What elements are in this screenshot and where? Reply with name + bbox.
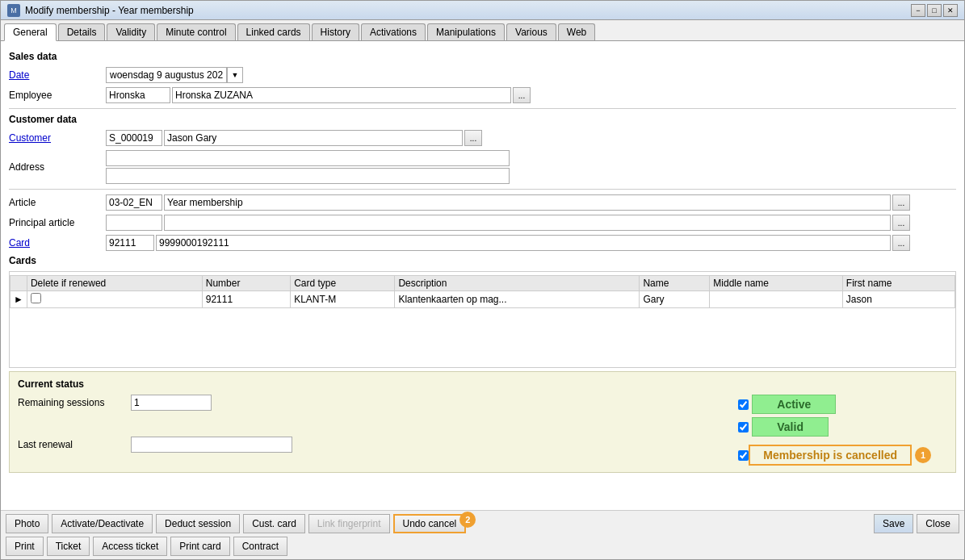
employee-code-input[interactable] xyxy=(106,87,170,103)
tab-linked-cards[interactable]: Linked cards xyxy=(237,23,310,40)
status-header: Current status xyxy=(18,378,947,390)
tab-manipulations[interactable]: Manipulations xyxy=(427,23,505,40)
address-label: Address xyxy=(9,161,106,173)
title-bar: M Modify membership - Year membership − … xyxy=(1,1,964,20)
cust-card-button[interactable]: Cust. card xyxy=(243,514,305,533)
remaining-sessions-row: Remaining sessions xyxy=(18,395,722,411)
app-icon: M xyxy=(7,4,20,17)
employee-label: Employee xyxy=(9,90,106,101)
sales-data-header: Sales data xyxy=(9,51,956,62)
close-window-button[interactable]: ✕ xyxy=(943,4,958,17)
col-card-type: Card type xyxy=(291,276,395,291)
restore-button[interactable]: □ xyxy=(927,4,942,17)
principal-article-name-input[interactable] xyxy=(164,215,891,231)
active-checkbox[interactable] xyxy=(738,399,749,410)
customer-name-input[interactable] xyxy=(164,130,463,146)
address-line2-input[interactable] xyxy=(106,168,510,184)
cards-table-container: Delete if renewed Number Card type Descr… xyxy=(9,271,956,368)
employee-row: Employee ... xyxy=(9,87,956,103)
principal-article-browse-button[interactable]: ... xyxy=(892,215,910,231)
customer-data-header: Customer data xyxy=(9,114,956,125)
remaining-sessions-input[interactable] xyxy=(131,395,212,411)
col-description: Description xyxy=(395,276,640,291)
customer-code-input[interactable] xyxy=(106,130,162,146)
access-ticket-button[interactable]: Access ticket xyxy=(93,537,167,556)
cancelled-checkbox[interactable] xyxy=(738,450,749,461)
cell-name: Gary xyxy=(640,291,710,308)
button-row-2: Print Ticket Access ticket Print card Co… xyxy=(6,537,959,556)
activate-deactivate-button[interactable]: Activate/Deactivate xyxy=(52,514,153,533)
card-number-input[interactable] xyxy=(106,235,154,251)
principal-article-code-input[interactable] xyxy=(106,215,162,231)
employee-browse-button[interactable]: ... xyxy=(513,87,531,103)
date-row: Date ▼ xyxy=(9,67,956,83)
valid-badge: Valid xyxy=(752,417,829,437)
active-badge-row: Active xyxy=(738,395,931,414)
tab-history[interactable]: History xyxy=(312,23,359,40)
main-window: M Modify membership - Year membership − … xyxy=(0,0,965,560)
minimize-button[interactable]: − xyxy=(911,4,925,17)
card-row: Card ... xyxy=(9,235,956,251)
print-button[interactable]: Print xyxy=(6,537,44,556)
last-renewal-label: Last renewal xyxy=(18,439,131,450)
col-delete: Delete if renewed xyxy=(27,276,202,291)
cell-delete[interactable] xyxy=(27,291,202,308)
tab-various[interactable]: Various xyxy=(506,23,556,40)
date-label[interactable]: Date xyxy=(9,69,106,81)
print-card-button[interactable]: Print card xyxy=(170,537,229,556)
date-picker-button[interactable]: ▼ xyxy=(227,67,243,83)
last-renewal-input[interactable] xyxy=(131,437,292,453)
cancelled-badge: Membership is cancelled xyxy=(749,445,912,466)
article-label: Article xyxy=(9,197,106,208)
card-browse-button[interactable]: ... xyxy=(892,235,910,251)
tab-general[interactable]: General xyxy=(4,23,57,41)
article-row: Article ... xyxy=(9,194,956,211)
save-button[interactable]: Save xyxy=(874,514,913,533)
address-row: Address xyxy=(9,150,956,184)
cell-description: Klantenkaarten op mag... xyxy=(395,291,640,308)
customer-browse-button[interactable]: ... xyxy=(464,130,482,146)
photo-button[interactable]: Photo xyxy=(6,514,48,533)
undo-cancel-button[interactable]: Undo cancel xyxy=(393,514,467,533)
employee-name-input[interactable] xyxy=(172,87,511,103)
col-number: Number xyxy=(202,276,290,291)
deduct-session-button[interactable]: Deduct session xyxy=(156,514,240,533)
article-code-input[interactable] xyxy=(106,194,162,211)
tab-web[interactable]: Web xyxy=(558,23,595,40)
content-area: Sales data Date ▼ Employee ... xyxy=(1,41,964,559)
cancelled-text: Membership is cancelled xyxy=(763,449,897,462)
customer-input-group: ... xyxy=(106,130,482,146)
delete-checkbox[interactable] xyxy=(31,293,41,303)
row-arrow: ► xyxy=(10,291,27,308)
link-fingerprint-button[interactable]: Link fingerprint xyxy=(308,514,390,533)
status-row: Remaining sessions Last renewal Active xyxy=(18,395,947,466)
bottom-buttons: Photo Activate/Deactivate Deduct session… xyxy=(1,510,964,559)
col-name: Name xyxy=(640,276,710,291)
date-input[interactable] xyxy=(106,67,227,83)
card-label[interactable]: Card xyxy=(9,237,106,249)
cell-first-name: Jason xyxy=(842,291,955,308)
tab-details[interactable]: Details xyxy=(58,23,106,40)
status-section: Current status Remaining sessions Last r… xyxy=(9,371,956,473)
customer-row: Customer ... xyxy=(9,130,956,146)
article-browse-button[interactable]: ... xyxy=(892,194,910,211)
badge-2: 2 xyxy=(459,512,476,528)
tab-activations[interactable]: Activations xyxy=(361,23,426,40)
tab-validity[interactable]: Validity xyxy=(107,23,155,40)
close-button[interactable]: Close xyxy=(917,514,959,533)
article-name-input[interactable] xyxy=(164,194,891,211)
customer-label[interactable]: Customer xyxy=(9,132,106,144)
tab-minute-control[interactable]: Minute control xyxy=(157,23,235,40)
address-line1-input[interactable] xyxy=(106,150,510,166)
ticket-button[interactable]: Ticket xyxy=(47,537,90,556)
window-controls: − □ ✕ xyxy=(911,4,958,17)
contract-button[interactable]: Contract xyxy=(233,537,287,556)
card-full-input[interactable] xyxy=(156,235,891,251)
cell-middle-name xyxy=(710,291,843,308)
table-row[interactable]: ► 92111 KLANT-M Klantenkaarten op mag...… xyxy=(10,291,955,308)
active-badge: Active xyxy=(752,395,836,414)
valid-checkbox[interactable] xyxy=(738,422,749,433)
cards-table: Delete if renewed Number Card type Descr… xyxy=(10,275,955,308)
divider-1 xyxy=(9,108,956,109)
col-first-name: First name xyxy=(842,276,955,291)
